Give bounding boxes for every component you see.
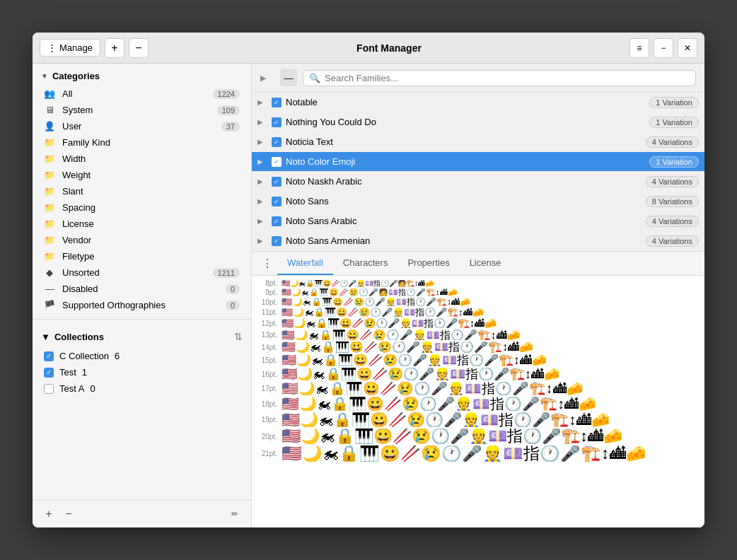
noto-naskh-checkbox[interactable] — [272, 177, 282, 187]
tabs-menu-button[interactable]: ⋮ — [257, 254, 277, 274]
sidebar-item-weight[interactable]: 📁 Weight — [33, 167, 251, 183]
add-button[interactable]: + — [105, 38, 124, 58]
edit-collection-button[interactable]: ✏ — [227, 506, 243, 522]
tab-properties[interactable]: Properties — [397, 252, 459, 275]
manage-button[interactable]: ⋮ Manage — [40, 39, 100, 57]
window-title: Font Manager — [149, 42, 629, 54]
sidebar-item-license[interactable]: 📁 License — [33, 216, 251, 232]
sidebar-item-all[interactable]: 👥 All 1224 — [33, 86, 251, 102]
sidebar-item-width[interactable]: 📁 Width — [33, 151, 251, 167]
pt-label: 20pt. — [257, 433, 277, 441]
noto-arabic-checkbox[interactable] — [272, 216, 282, 226]
hamburger-button[interactable]: ≡ — [629, 38, 649, 58]
all-label: All — [62, 88, 206, 99]
license-label: License — [62, 218, 240, 229]
emoji-strip: 🇺🇸🌙🏍🔒🎹😀🥢😢🕐🎤👷💷指🕐🎤🏗️↕🏙🧀 — [282, 298, 470, 306]
manage-label: Manage — [59, 42, 93, 53]
nothing-checkbox[interactable] — [272, 117, 282, 127]
collection-test-checkbox[interactable] — [44, 368, 54, 378]
tab-characters[interactable]: Characters — [333, 252, 398, 275]
pt-label: 11pt. — [257, 308, 277, 316]
window-controls: ≡ − ✕ — [629, 38, 697, 58]
sidebar-item-user[interactable]: 👤 User 37 — [33, 118, 251, 134]
emoji-strip: 🇺🇸🌙🏍🔒🎹😀🥢😢🕐🎤👷💷指🕐🎤🏗️↕🏙🧀 — [282, 428, 622, 444]
vendor-icon: 📁 — [44, 235, 55, 245]
font-row-notable[interactable]: ▶ Notable 1 Variation — [252, 93, 704, 112]
pt-label: 13pt. — [257, 331, 277, 339]
system-count: 109 — [217, 105, 240, 115]
noto-emoji-variations: 1 Variation — [649, 156, 699, 168]
sidebar-item-family-kind[interactable]: 📁 Family Kind — [33, 134, 251, 151]
collection-test[interactable]: Test 1 — [33, 364, 251, 380]
waterfall-row-16pt: 16pt. 🇺🇸🌙🏍🔒🎹😀🥢😢🕐🎤👷💷指🕐🎤🏗️↕🏙🧀 — [257, 367, 699, 381]
collection-c-checkbox[interactable] — [44, 351, 54, 361]
noticia-name: Noticia Text — [286, 136, 642, 147]
noticia-checkbox[interactable] — [272, 137, 282, 147]
pt-label: 17pt. — [257, 385, 277, 392]
emoji-strip: 🇺🇸🌙🏍🔒🎹😀🥢😢🕐🎤👷💷指🕐🎤🏗️↕🏙🧀 — [282, 368, 559, 380]
font-row-noto-sans-arabic[interactable]: ▶ Noto Sans Arabic 4 Variations — [252, 211, 704, 231]
pt-label: 12pt. — [257, 320, 277, 327]
user-count: 37 — [221, 122, 240, 132]
font-row-noto-sans-armenian[interactable]: ▶ Noto Sans Armenian 4 Variations — [252, 231, 704, 251]
waterfall-row-15pt: 15pt. 🇺🇸🌙🏍🔒🎹😀🥢😢🕐🎤👷💷指🕐🎤🏗️↕🏙🧀 — [257, 354, 699, 367]
emoji-strip: 🇺🇸🌙🏍🔒🎹😀🥢😢🕐🎤👷💷指🕐🎤🏗️↕🏙🧀 — [282, 308, 484, 317]
search-input[interactable] — [325, 73, 690, 83]
sidebar-bottom-bar: + − ✏ — [33, 500, 251, 527]
pt-label: 14pt. — [257, 344, 277, 351]
noto-emoji-checkbox[interactable] — [272, 157, 282, 167]
notable-checkbox[interactable] — [272, 98, 282, 107]
add-collection-button[interactable]: + — [41, 506, 57, 522]
pt-label: 15pt. — [257, 356, 277, 364]
close-button[interactable]: ✕ — [678, 38, 697, 58]
sidebar-item-spacing[interactable]: 📁 Spacing — [33, 199, 251, 216]
font-row-noto-naskh[interactable]: ▶ Noto Naskh Arabic 4 Variations — [252, 172, 704, 192]
remove-collection-button[interactable]: − — [61, 506, 76, 522]
main-window: ⋮ Manage + − Font Manager ≡ − ✕ — [33, 33, 704, 527]
noto-naskh-variations: 4 Variations — [646, 176, 699, 187]
family-kind-icon: 📁 — [44, 137, 55, 148]
plus-icon: + — [111, 42, 117, 54]
noto-naskh-name: Noto Naskh Arabic — [286, 176, 642, 187]
minus-button[interactable]: − — [129, 38, 149, 58]
sidebar-item-system[interactable]: 🖥 System 109 — [33, 102, 251, 118]
list-expand-button[interactable]: — — [280, 69, 297, 86]
sidebar-item-disabled[interactable]: — Disabled 0 — [33, 281, 251, 297]
pt-label: 10pt. — [257, 298, 277, 306]
all-icon: 👥 — [44, 88, 55, 99]
collections-section-header: ▼ Collections ⇅ — [33, 325, 251, 348]
noto-sans-checkbox[interactable] — [272, 197, 282, 206]
sort-icon: ⇅ — [234, 331, 243, 342]
font-row-noto-color-emoji[interactable]: ▶ Noto Color Emoji 1 Variation — [252, 152, 704, 172]
font-row-noto-sans[interactable]: ▶ Noto Sans 8 Variations — [252, 192, 704, 211]
expand-arrow: ▶ — [257, 138, 267, 146]
tab-waterfall[interactable]: Waterfall — [277, 252, 333, 275]
tabs-bar: ⋮ Waterfall Characters Properties Licens… — [252, 252, 704, 276]
sidebar-item-unsorted[interactable]: ◆ Unsorted 1211 — [33, 264, 251, 281]
unsorted-count: 1211 — [213, 268, 240, 278]
font-row-nothing[interactable]: ▶ Nothing You Could Do 1 Variation — [252, 112, 704, 132]
sidebar-item-slant[interactable]: 📁 Slant — [33, 183, 251, 199]
system-label: System — [62, 105, 210, 115]
font-row-noticia[interactable]: ▶ Noticia Text 4 Variations — [252, 132, 704, 152]
tab-license[interactable]: License — [460, 252, 511, 275]
categories-section-header: ▼ Categories — [33, 64, 251, 86]
waterfall-row-11pt: 11pt. 🇺🇸🌙🏍🔒🎹😀🥢😢🕐🎤👷💷指🕐🎤🏗️↕🏙🧀 — [257, 307, 699, 317]
sidebar-item-vendor[interactable]: 📁 Vendor — [33, 232, 251, 248]
minimize-button[interactable]: − — [654, 38, 673, 58]
close-icon: ✕ — [684, 43, 691, 53]
noto-armenian-checkbox[interactable] — [272, 236, 282, 246]
collection-c-collection[interactable]: C Collection 6 — [33, 348, 251, 364]
pt-label: 16pt. — [257, 371, 277, 378]
collection-testa-checkbox[interactable] — [44, 384, 54, 394]
categories-label: Categories — [52, 71, 100, 81]
sidebar-item-supported-orthographies[interactable]: 🏴 Supported Orthographies 0 — [33, 297, 251, 313]
collection-test-label: Test — [59, 367, 76, 378]
emoji-strip: 🇺🇸🌙🏍🔒🎹😀🥢😢🕐🎤👷💷指🕐🎤🏗️↕🏙🧀 — [282, 342, 533, 353]
emoji-strip: 🇺🇸🌙🏍🔒🎹😀🥢😢🕐🎤👷💷指🕐🎤🏗️↕🏙🧀 — [282, 354, 547, 366]
expand-arrow: ▶ — [257, 237, 267, 245]
emoji-strip: 🇺🇸🌙🏍🔒🎹😀🥢😢🕐🎤👷💷指🕐🎤🏗️↕🏙🧀 — [282, 382, 584, 395]
emoji-strip: 🇺🇸🌙🏍🔒🎹😀🥢😢🕐🎤👷💷指🕐🎤🏗️↕🏙🧀 — [282, 318, 497, 328]
sidebar-item-filetype[interactable]: 📁 Filetype — [33, 248, 251, 264]
collection-test-a[interactable]: Test A 0 — [33, 380, 251, 397]
